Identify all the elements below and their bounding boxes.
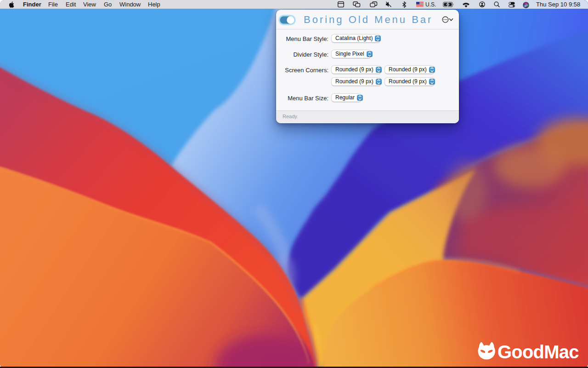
svg-text:GoodMac: GoodMac <box>498 342 579 362</box>
